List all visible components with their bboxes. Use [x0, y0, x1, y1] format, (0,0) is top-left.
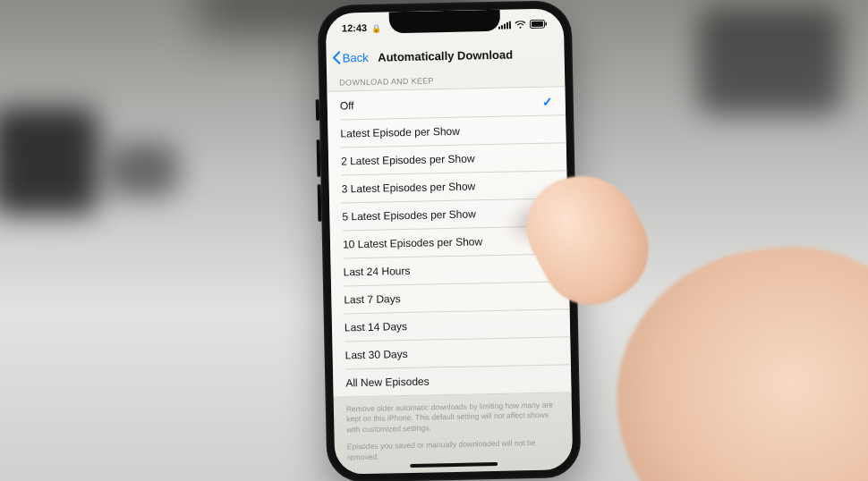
option-label: 10 Latest Episodes per Show: [343, 235, 482, 250]
option-label: Latest Episode per Show: [340, 124, 460, 139]
status-time: 12:43: [342, 22, 367, 34]
svg-rect-3: [506, 22, 508, 30]
back-button[interactable]: Back: [330, 50, 369, 65]
svg-rect-4: [509, 21, 511, 29]
option-label: Last 30 Days: [345, 347, 407, 360]
cellular-icon: [498, 21, 511, 29]
svg-rect-2: [504, 23, 506, 29]
option-row[interactable]: All New Episodes: [333, 364, 572, 397]
svg-rect-6: [532, 21, 543, 27]
lock-icon: 🔒: [371, 24, 381, 33]
option-label: 3 Latest Episodes per Show: [342, 180, 476, 195]
options-list: Off✓Latest Episode per Show2 Latest Epis…: [327, 86, 571, 397]
notch: [389, 10, 500, 34]
option-label: Last 7 Days: [344, 292, 401, 306]
iphone-frame: 12:43 🔒 Back Automatically Download DOWN…: [317, 0, 581, 481]
page-title: Automatically Download: [378, 47, 513, 63]
option-label: Last 24 Hours: [344, 264, 411, 278]
footer-note-1: Remove older automatic downloads by limi…: [334, 392, 573, 435]
option-label: 2 Latest Episodes per Show: [341, 152, 475, 167]
nav-bar: Back Automatically Download: [326, 41, 564, 70]
option-label: 5 Latest Episodes per Show: [342, 207, 476, 223]
screen: 12:43 🔒 Back Automatically Download DOWN…: [326, 8, 574, 474]
back-label: Back: [343, 50, 369, 64]
home-indicator[interactable]: [410, 462, 498, 468]
option-label: All New Episodes: [345, 375, 430, 389]
wifi-icon: [515, 21, 526, 29]
battery-icon: [530, 20, 548, 29]
svg-rect-0: [498, 26, 500, 29]
footer-note-2: Episodes you saved or manually downloade…: [335, 431, 574, 464]
option-label: Off: [340, 99, 354, 112]
svg-rect-1: [501, 25, 503, 30]
svg-rect-7: [545, 22, 547, 26]
chevron-left-icon: [330, 50, 343, 64]
check-icon: ✓: [542, 94, 553, 108]
option-label: Last 14 Days: [345, 320, 407, 333]
